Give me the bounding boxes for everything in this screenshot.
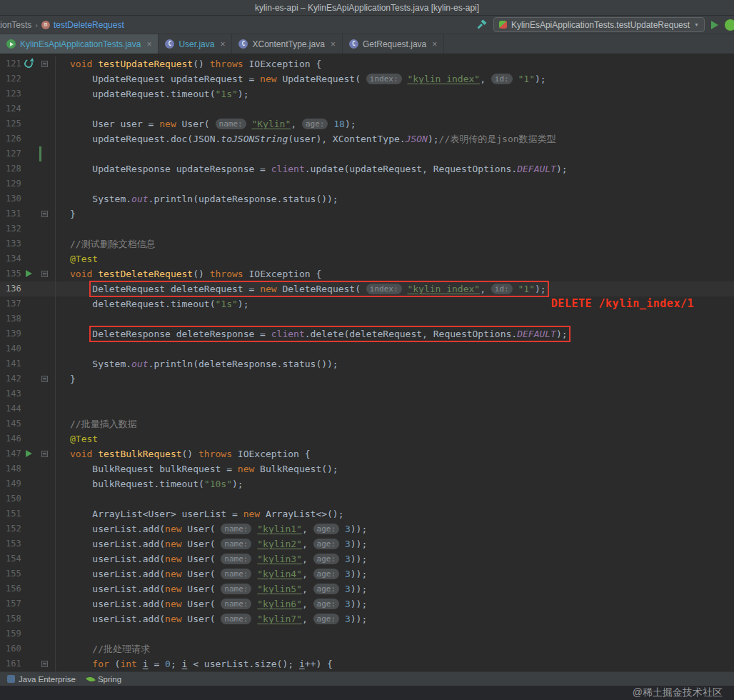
editor-tab-user-java[interactable]: CUser.java× — [159, 34, 232, 54]
gutter: 156 — [0, 581, 56, 596]
code-line-152[interactable]: 152 userList.add(new User( name: "kylin1… — [0, 521, 734, 536]
code-line-130[interactable]: 130 System.out.println(updateResponse.st… — [0, 191, 734, 206]
run-test-icon[interactable] — [26, 270, 32, 277]
run-config-select[interactable]: KylinEsApiApplicationTests.testUpdateReq… — [493, 17, 705, 32]
run-test-icon[interactable] — [26, 450, 32, 457]
code-line-134[interactable]: 134@Test — [0, 251, 734, 266]
close-icon[interactable]: × — [432, 39, 437, 49]
code-line-158[interactable]: 158 userList.add(new User( name: "kylin7… — [0, 611, 734, 626]
code-line-160[interactable]: 160 //批处理请求 — [0, 641, 734, 656]
fold-icon[interactable] — [41, 376, 48, 382]
code-line-140[interactable]: 140 — [0, 341, 734, 356]
line-number: 158 — [6, 614, 21, 624]
code-line-126[interactable]: 126 updateRequest.doc(JSON.toJSONString(… — [0, 131, 734, 146]
code-line-139[interactable]: 139 DeleteResponse deleteResponse = clie… — [0, 326, 734, 341]
token: User user = — [70, 119, 159, 129]
code-line-132[interactable]: 132 — [0, 221, 734, 236]
code-line-159[interactable]: 159 — [0, 626, 734, 641]
code-line-128[interactable]: 128 UpdateResponse updateResponse = clie… — [0, 161, 734, 176]
code-line-141[interactable]: 141 System.out.println(deleteResponse.st… — [0, 356, 734, 371]
token: ArrayList<>(); — [260, 509, 343, 519]
code-line-146[interactable]: 146@Test — [0, 431, 734, 446]
token: System. — [70, 359, 131, 369]
code-line-129[interactable]: 129 — [0, 176, 734, 191]
fold-icon[interactable] — [41, 271, 48, 277]
line-number: 140 — [6, 344, 21, 354]
token: ArrayList<User> userList = — [70, 509, 243, 519]
code-line-153[interactable]: 153 userList.add(new User( name: "kylin2… — [0, 536, 734, 551]
token: userList.add( — [70, 584, 165, 594]
coverage-icon[interactable] — [725, 19, 734, 31]
editor-tab-getrequest-java[interactable]: CGetRequest.java× — [343, 34, 444, 54]
code-line-150[interactable]: 150 — [0, 491, 734, 506]
code-line-121[interactable]: 121void testUpdateRequest() throws IOExc… — [0, 56, 734, 71]
token: index: — [366, 284, 402, 294]
fold-icon[interactable] — [41, 211, 48, 217]
code-line-154[interactable]: 154 userList.add(new User( name: "kylin3… — [0, 551, 734, 566]
token: , — [302, 569, 313, 579]
code-line-161[interactable]: 161 for (int i = 0; i < userList.size();… — [0, 656, 734, 671]
token: name: — [221, 554, 251, 564]
line-number: 136 — [6, 284, 21, 294]
code-line-131[interactable]: 131} — [0, 206, 734, 221]
code-text: //测试删除文档信息 — [56, 236, 156, 251]
token: )); — [351, 524, 367, 534]
vcs-change-marker — [39, 146, 41, 161]
rerun-test-icon[interactable] — [24, 59, 33, 68]
close-icon[interactable]: × — [331, 39, 336, 49]
close-icon[interactable]: × — [220, 39, 225, 49]
close-icon[interactable]: × — [146, 39, 151, 49]
gutter: 144 — [0, 401, 56, 416]
token: out — [131, 359, 148, 369]
code-text: UpdateRequest updateRequest = new Update… — [56, 71, 546, 86]
code-editor[interactable]: 121void testUpdateRequest() throws IOExc… — [0, 54, 734, 671]
fold-icon[interactable] — [41, 661, 48, 667]
code-line-157[interactable]: 157 userList.add(new User( name: "kylin6… — [0, 596, 734, 611]
editor-tab-kylinesapiapplicationtests-java[interactable]: KylinEsApiApplicationTests.java× — [0, 34, 159, 54]
code-line-135[interactable]: 135void testDeleteRequest() throws IOExc… — [0, 266, 734, 281]
run-button[interactable] — [711, 21, 718, 29]
token: "kylin5" — [257, 584, 302, 594]
breadcrumb-class[interactable]: tionTests — [0, 20, 31, 30]
code-line-145[interactable]: 145//批量插入数据 — [0, 416, 734, 431]
token: toJSONString — [221, 134, 288, 144]
code-line-148[interactable]: 148 BulkRequest bulkRequest = new BulkRe… — [0, 461, 734, 476]
breadcrumb-separator-icon: › — [35, 21, 38, 29]
code-line-144[interactable]: 144 — [0, 401, 734, 416]
code-line-142[interactable]: 142} — [0, 371, 734, 386]
code-line-124[interactable]: 124 — [0, 101, 734, 116]
code-line-155[interactable]: 155 userList.add(new User( name: "kylin4… — [0, 566, 734, 581]
code-line-123[interactable]: 123 updateRequest.timeout("1s"); — [0, 86, 734, 101]
token: 3 — [345, 584, 351, 594]
token: 0 — [165, 659, 171, 669]
code-line-133[interactable]: 133//测试删除文档信息 — [0, 236, 734, 251]
status-java-enterprise[interactable]: Java Enterprise — [7, 675, 76, 684]
fold-icon[interactable] — [41, 451, 48, 457]
token: ; — [171, 659, 182, 669]
token: 3 — [345, 614, 351, 624]
code-line-127[interactable]: 127 — [0, 146, 734, 161]
line-number: 147 — [6, 449, 21, 459]
status-spring[interactable]: Spring — [87, 675, 121, 684]
token: = — [149, 659, 165, 669]
code-text: } — [56, 371, 76, 386]
status-label: Spring — [98, 675, 121, 684]
code-line-136[interactable]: 136 DeleteRequest deleteRequest = new De… — [0, 281, 734, 296]
code-line-125[interactable]: 125 User user = new User( name: "Kylin",… — [0, 116, 734, 131]
build-hammer-icon[interactable] — [476, 19, 487, 30]
token: userList.add( — [70, 554, 165, 564]
code-line-147[interactable]: 147void testBulkRequest() throws IOExcep… — [0, 446, 734, 461]
fold-icon[interactable] — [41, 61, 48, 67]
gutter: 140 — [0, 341, 56, 356]
gutter: 121 — [0, 56, 56, 71]
editor-tab-xcontenttype-java[interactable]: CXContentType.java× — [232, 34, 342, 54]
code-line-156[interactable]: 156 userList.add(new User( name: "kylin5… — [0, 581, 734, 596]
code-line-143[interactable]: 143 — [0, 386, 734, 401]
breadcrumb-method[interactable]: testDeleteRequest — [54, 20, 124, 30]
code-line-138[interactable]: 138 — [0, 311, 734, 326]
code-line-149[interactable]: 149 bulkRequest.timeout("10s"); — [0, 476, 734, 491]
token: .update(updateRequest, RequestOptions. — [305, 164, 517, 174]
token: client — [271, 164, 305, 174]
code-line-122[interactable]: 122 UpdateRequest updateRequest = new Up… — [0, 71, 734, 86]
code-line-151[interactable]: 151 ArrayList<User> userList = new Array… — [0, 506, 734, 521]
